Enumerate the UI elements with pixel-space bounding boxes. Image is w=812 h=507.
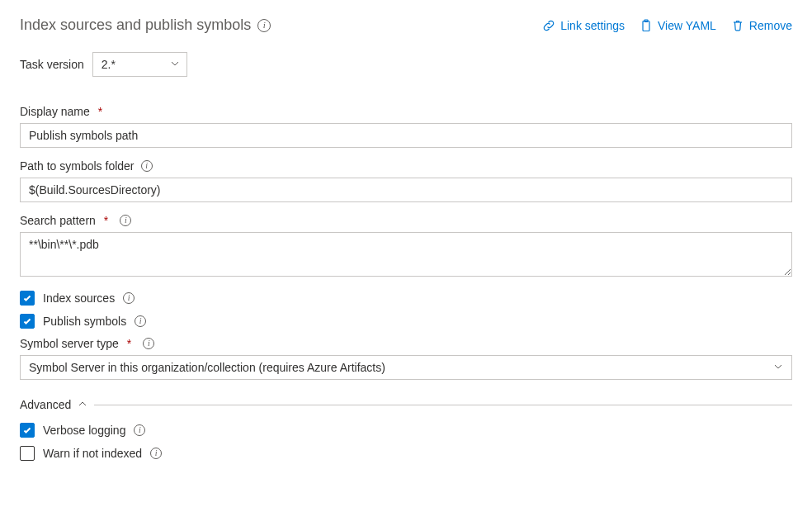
task-version-select[interactable]: 2.* <box>92 52 187 77</box>
task-version-value: 2.* <box>102 58 116 71</box>
info-icon[interactable]: i <box>143 338 154 349</box>
chevron-up-icon <box>78 398 87 411</box>
advanced-section-toggle[interactable]: Advanced <box>20 398 792 411</box>
publish-symbols-checkbox[interactable] <box>20 314 35 329</box>
required-marker: * <box>104 214 108 227</box>
info-icon[interactable]: i <box>141 160 153 172</box>
info-icon[interactable]: i <box>123 292 135 304</box>
info-icon[interactable]: i <box>120 215 131 226</box>
divider-line <box>94 405 792 405</box>
clipboard-icon <box>640 19 653 32</box>
trash-icon <box>731 19 744 32</box>
view-yaml-button[interactable]: View YAML <box>640 19 716 32</box>
required-marker: * <box>127 337 131 350</box>
symbols-folder-label: Path to symbols folder <box>20 159 135 173</box>
warn-if-not-indexed-checkbox[interactable] <box>20 446 35 461</box>
search-pattern-label: Search pattern <box>20 214 96 227</box>
display-name-label: Display name <box>20 105 90 118</box>
display-name-input[interactable] <box>20 123 792 148</box>
checkmark-icon <box>22 425 32 435</box>
symbol-server-type-select[interactable]: Symbol Server in this organization/colle… <box>20 355 792 380</box>
page-title: Index sources and publish symbols i <box>20 17 271 34</box>
advanced-section-label: Advanced <box>20 398 71 411</box>
search-pattern-input[interactable] <box>20 232 792 277</box>
verbose-logging-label: Verbose logging <box>43 424 125 437</box>
publish-symbols-label: Publish symbols <box>43 315 126 328</box>
symbol-server-type-label: Symbol server type <box>20 337 119 350</box>
page-title-text: Index sources and publish symbols <box>20 17 251 34</box>
info-icon[interactable]: i <box>135 315 146 327</box>
info-icon[interactable]: i <box>150 448 162 459</box>
link-settings-button[interactable]: Link settings <box>542 19 625 32</box>
chevron-down-icon <box>773 361 783 374</box>
info-icon[interactable]: i <box>134 424 145 436</box>
task-version-label: Task version <box>20 58 84 71</box>
symbols-folder-input[interactable] <box>20 178 792 202</box>
view-yaml-label: View YAML <box>658 19 716 32</box>
svg-rect-0 <box>643 21 649 31</box>
remove-label: Remove <box>749 19 792 32</box>
index-sources-label: Index sources <box>43 291 115 305</box>
index-sources-checkbox[interactable] <box>20 291 35 306</box>
link-icon <box>542 19 555 32</box>
remove-button[interactable]: Remove <box>731 19 792 32</box>
checkmark-icon <box>22 293 32 303</box>
warn-if-not-indexed-label: Warn if not indexed <box>43 447 142 460</box>
info-icon[interactable]: i <box>257 19 271 32</box>
symbol-server-type-value: Symbol Server in this organization/colle… <box>29 361 385 374</box>
required-marker: * <box>98 105 102 118</box>
checkmark-icon <box>22 316 32 326</box>
chevron-down-icon <box>170 58 180 71</box>
link-settings-label: Link settings <box>560 19 625 32</box>
header-actions: Link settings View YAML Remove <box>542 19 792 32</box>
verbose-logging-checkbox[interactable] <box>20 423 35 438</box>
